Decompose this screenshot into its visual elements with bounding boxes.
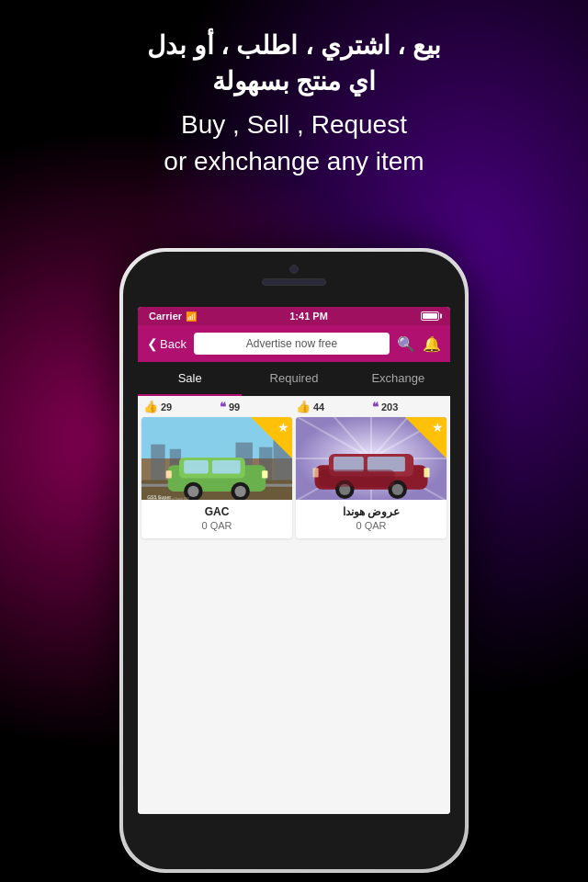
quote-icon-2: ❝ [372,400,379,413]
card-honda-title: عروض هوندا [296,500,447,520]
svg-rect-42 [320,469,395,486]
status-time: 1:41 PM [289,311,328,322]
quote-icon-1: ❝ [220,400,226,413]
items-area: 👍 29 ❝ 99 👍 44 ❝ 203 [138,396,450,814]
thumbs-up-icon-2: 👍 [296,400,311,413]
card-honda-price: 0 QAR [296,520,447,538]
arabic-headline: بيع ، اشتري ، اطلب ، أو بدل اي منتج بسهو… [18,28,570,99]
phone-shell: Carrier 📶 1:41 PM ❮ Back [119,248,469,873]
svg-rect-12 [212,460,241,473]
stat-cell-4: ❝ 203 [372,400,445,413]
svg-rect-17 [262,470,267,478]
svg-rect-35 [368,457,405,471]
back-label: Back [160,337,187,351]
stat-cell-3: 👍 44 [296,400,368,413]
svg-rect-34 [334,457,364,471]
svg-rect-18 [166,470,172,478]
status-battery [421,311,439,321]
card-gac-title: GAC [141,500,292,520]
english-headline: Buy , Sell , Request or exhchange any it… [18,107,570,178]
card-gac-price: 0 QAR [141,520,292,538]
card-gac-image: GS5 Super Leading New Value of Super SUV… [141,417,292,500]
category-tabs: Sale Required Exchange [138,362,450,396]
wifi-icon: 📶 [186,311,197,322]
back-chevron-icon: ❮ [147,336,158,351]
stat-count-2: 99 [229,401,240,413]
svg-point-16 [234,486,245,497]
hero-text-section: بيع ، اشتري ، اطلب ، أو بدل اي منتج بسهو… [0,18,588,188]
status-bar: Carrier 📶 1:41 PM [138,307,450,325]
svg-point-39 [392,484,403,495]
stat-cell-2: ❝ 99 [220,400,292,413]
nav-bar: ❮ Back Advertise now free 🔍 🔔 [138,325,450,362]
tab-required[interactable]: Required [242,362,345,396]
product-cards-grid: GS5 Super Leading New Value of Super SUV… [138,417,450,542]
nav-icons: 🔍 🔔 [397,335,441,353]
card-gac[interactable]: GS5 Super Leading New Value of Super SUV… [141,417,292,538]
advertise-button[interactable]: Advertise now free [194,333,390,355]
phone-top-notch [262,265,326,286]
phone-body: Carrier 📶 1:41 PM ❮ Back [123,252,465,869]
star-icon-honda: ★ [432,420,444,435]
stat-cell-1: 👍 29 [143,400,216,413]
phone-mockup: Carrier 📶 1:41 PM ❮ Back [119,248,469,873]
stats-row: 👍 29 ❝ 99 👍 44 ❝ 203 [138,396,450,417]
svg-rect-40 [424,468,429,477]
card-honda[interactable]: ★ عروض هوندا 0 QAR [296,417,447,538]
battery-icon [421,311,439,321]
svg-rect-41 [312,468,318,477]
svg-point-14 [187,486,198,497]
phone-screen: Carrier 📶 1:41 PM ❮ Back [138,307,450,814]
svg-rect-11 [184,460,209,473]
star-icon-gac: ★ [277,420,289,435]
tab-exchange[interactable]: Exchange [346,362,450,396]
thumbs-up-icon-1: 👍 [143,400,158,413]
tab-sale[interactable]: Sale [138,362,242,396]
svg-text:Leading New Value of Super SUV: Leading New Value of Super SUV [147,497,190,500]
notification-icon[interactable]: 🔔 [423,335,441,353]
stat-count-3: 44 [313,401,324,413]
status-carrier: Carrier 📶 [149,311,197,322]
card-honda-image: ★ [296,417,447,500]
stat-count-1: 29 [161,401,172,413]
phone-camera [289,265,299,274]
back-button[interactable]: ❮ Back [147,336,187,351]
phone-speaker [262,278,326,286]
search-icon[interactable]: 🔍 [397,335,415,353]
stat-count-4: 203 [381,401,398,413]
